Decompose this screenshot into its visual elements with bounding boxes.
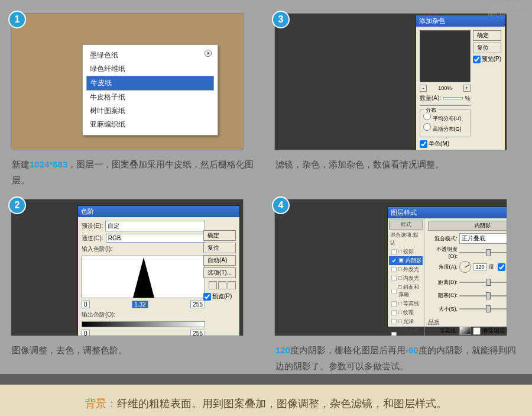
- noise-preview: [420, 30, 471, 82]
- mono-check[interactable]: 单色(M): [420, 140, 471, 148]
- ls-item-bevel[interactable]: □ 斜面和浮雕: [389, 283, 423, 299]
- contour-swatch[interactable]: [459, 327, 471, 335]
- chan-lbl: 通道(C):: [82, 234, 103, 243]
- amount-slider[interactable]: [420, 105, 471, 106]
- noise-preview-chk[interactable]: 预览(P): [473, 55, 501, 63]
- pattern-opt-2[interactable]: 牛皮纸: [86, 76, 214, 91]
- qual-hd: 品质: [428, 318, 507, 327]
- levels-preview-chk[interactable]: 预览(P): [203, 292, 236, 301]
- pattern-dropdown[interactable]: 墨绿色纸 绿色纤维纸 牛皮纸 牛皮格子纸 树叶图案纸 亚麻编织纸: [82, 44, 218, 136]
- ls-left-hd: 样式: [389, 220, 423, 230]
- output-vals: 0 255: [82, 330, 205, 336]
- step-2-thumb: 色阶 预设(E):自定 通道(C):RGB 输入色阶(I): 0 1.32 25…: [11, 199, 244, 336]
- levels-cancel[interactable]: 复位: [203, 243, 236, 253]
- amount-input[interactable]: [443, 97, 463, 99]
- step-4-cell: 4 图层样式 样式 混合选项:默认 □ 投影 ▣ 内阴影 □ 外发光 □ 内发光…: [274, 199, 521, 374]
- watermark-line2: bbs.16xx8.com: [488, 10, 527, 17]
- noise-ok[interactable]: 确定: [473, 30, 501, 41]
- cap4a: 120: [275, 345, 290, 355]
- ls-settings: 内阴影 混合模式:正片叠底 不透明度(O):75% 角度(A):120度使用全局…: [424, 218, 507, 336]
- choke-slider[interactable]: [459, 295, 507, 296]
- footer-body: 纤维的粗糙表面。用到图案叠加，图像调整，杂色滤镜，和图层样式。: [117, 398, 447, 409]
- ls-item-color[interactable]: □ 颜色叠加: [389, 326, 423, 336]
- preset-select[interactable]: 自定: [105, 221, 205, 231]
- badge-2: 2: [8, 196, 26, 214]
- ls-mid-hd: 内阴影: [428, 221, 507, 231]
- blend-sel[interactable]: 正片叠底: [459, 233, 507, 244]
- anti-chk[interactable]: 消除锯齿(L): [473, 327, 507, 335]
- flyout-icon[interactable]: [205, 50, 212, 57]
- zoom-row: - 100% +: [420, 85, 471, 92]
- global-chk[interactable]: 使用全局光: [498, 263, 507, 271]
- zoom-in-icon[interactable]: +: [463, 85, 471, 92]
- chan-select[interactable]: RGB: [106, 234, 205, 243]
- addnoise-body: - 100% + 数量(A): % 分布 平均分布(U): [416, 27, 505, 150]
- ls-stylelist: 样式 混合选项:默认 □ 投影 ▣ 内阴影 □ 外发光 □ 内发光 □ 斜面和浮…: [388, 218, 424, 336]
- pattern-opt-0[interactable]: 墨绿色纸: [86, 49, 214, 62]
- amount-row: 数量(A): %: [420, 94, 471, 102]
- histogram-shape: [133, 257, 154, 298]
- cap4b: 度内阴影，栅格化图层后再用: [290, 345, 406, 355]
- size-slider[interactable]: [459, 308, 507, 309]
- ls-item-inner[interactable]: ▣ 内阴影: [389, 256, 423, 265]
- ls-item-cont[interactable]: □ 等高线: [389, 299, 423, 308]
- preset-lbl: 预设(E):: [82, 222, 103, 230]
- angle-val[interactable]: 120: [473, 263, 487, 270]
- amount-unit: %: [465, 95, 471, 102]
- zoom-pct: 100%: [438, 85, 452, 91]
- eyedrop-gray-icon[interactable]: [218, 281, 226, 289]
- addnoise-dialog: 添加杂色 - 100% + 数量(A): %: [416, 15, 505, 150]
- levels-opts[interactable]: 选项(T)...: [203, 267, 236, 278]
- badge-1: 1: [8, 11, 26, 28]
- ls-title: 图层样式: [388, 207, 507, 218]
- blend-lbl: 混合模式:: [428, 235, 458, 243]
- ls-item-ig[interactable]: □ 内发光: [389, 274, 423, 283]
- in-white[interactable]: 255: [190, 301, 205, 308]
- pattern-opt-1[interactable]: 绿色纤维纸: [86, 62, 214, 76]
- layerstyle-dialog: 图层样式 样式 混合选项:默认 □ 投影 ▣ 内阴影 □ 外发光 □ 内发光 □…: [387, 207, 507, 327]
- step-3-thumb: 添加杂色 - 100% + 数量(A): %: [274, 13, 507, 150]
- opac-slider[interactable]: [459, 252, 507, 253]
- ls-item-tex[interactable]: □ 纹理: [389, 308, 423, 317]
- eyedroppers: [203, 281, 236, 289]
- histogram: [82, 256, 205, 298]
- output-lbl: 输出色阶(O):: [82, 311, 205, 319]
- noise-cancel[interactable]: 复位: [473, 43, 501, 53]
- zoom-out-icon[interactable]: -: [420, 85, 427, 92]
- dist-slider[interactable]: [459, 282, 507, 283]
- ls-item-blend[interactable]: 混合选项:默认: [389, 231, 423, 247]
- footer-text: 背景：纤维的粗糙表面。用到图案叠加，图像调整，杂色滤镜，和图层样式。: [85, 396, 447, 411]
- pattern-opt-4[interactable]: 树叶图案纸: [86, 104, 214, 118]
- in-gamma[interactable]: 1.32: [132, 301, 148, 308]
- dist-fieldset: 分布 平均分布(U) 高斯分布(G): [420, 109, 471, 137]
- levels-btns: 确定 复位 自动(A) 选项(T)... 预览(P): [203, 230, 236, 301]
- angle-lbl: 角度(A):: [428, 263, 458, 271]
- footer-prefix: 背景：: [85, 398, 117, 409]
- step-1-caption: 新建1024*683，图层一，图案叠加采用牛皮纸，然后栅格化图层。: [11, 156, 258, 188]
- in-black[interactable]: 0: [82, 301, 90, 308]
- eyedrop-white-icon[interactable]: [228, 281, 236, 289]
- pattern-opt-3[interactable]: 牛皮格子纸: [86, 91, 214, 104]
- amount-lbl: 数量(A):: [420, 94, 441, 102]
- angle-unit: 度: [489, 263, 496, 271]
- levels-ok[interactable]: 确定: [203, 230, 236, 241]
- input-vals: 0 1.32 255: [82, 301, 205, 308]
- step-3-caption: 滤镜，杂色，添加杂色，数值看情况调整。: [274, 156, 521, 172]
- levels-title: 色阶: [78, 206, 239, 217]
- step-1-cell: 1 墨绿色纸 绿色纤维纸 牛皮纸 牛皮格子纸 树叶图案纸 亚麻编织纸 新建102…: [11, 13, 258, 188]
- step-3-cell: 3 添加杂色 - 100% + 数量(A):: [274, 13, 521, 188]
- step-1-thumb: 墨绿色纸 绿色纤维纸 牛皮纸 牛皮格子纸 树叶图案纸 亚麻编织纸: [11, 13, 244, 150]
- output-gradient[interactable]: [82, 321, 205, 327]
- eyedrop-black-icon[interactable]: [209, 281, 217, 289]
- ls-item-drop[interactable]: □ 投影: [389, 247, 423, 256]
- levels-auto[interactable]: 自动(A): [203, 255, 236, 266]
- dist-gauss[interactable]: 高斯分布(G): [423, 123, 467, 133]
- ls-item-og[interactable]: □ 外发光: [389, 265, 423, 274]
- contour-lbl: 等高线:: [428, 327, 458, 335]
- angle-dial[interactable]: [459, 261, 471, 273]
- out-black[interactable]: 0: [82, 330, 90, 336]
- pattern-opt-5[interactable]: 亚麻编织纸: [86, 118, 214, 131]
- out-white[interactable]: 255: [190, 330, 205, 336]
- step-2-cell: 2 色阶 预设(E):自定 通道(C):RGB 输入色阶(I): 0 1.32 …: [11, 199, 258, 374]
- ls-item-satin[interactable]: □ 光泽: [389, 317, 423, 326]
